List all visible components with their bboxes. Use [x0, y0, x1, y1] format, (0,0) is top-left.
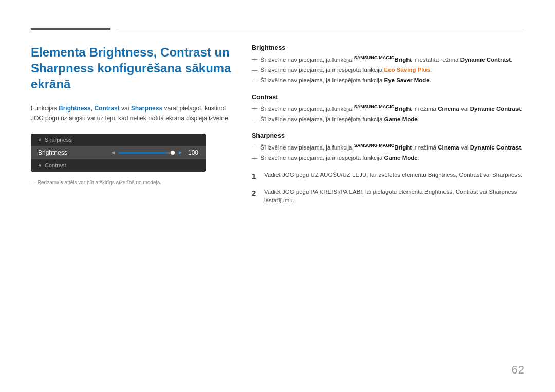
slider-thumb: [171, 151, 175, 155]
section-brightness-heading: Brightness: [252, 44, 524, 51]
step-2: 2 Vadiet JOG pogu PA KREISI/PA LABI, lai…: [252, 188, 524, 206]
bullet-text: Šī izvēlne nav pieejama, ja funkcija SAM…: [261, 104, 523, 114]
section-sharpness: Sharpness — Šī izvēlne nav pieejama, ja …: [252, 132, 524, 162]
rule-dark: [31, 28, 110, 30]
magic-bright-sup: SAMSUNG MAGIC: [354, 104, 395, 109]
step-1-text: Vadiet JOG pogu UZ AUGŠU/UZ LEJU, lai iz…: [264, 171, 522, 179]
brightness-bullet-1: — Šī izvēlne nav pieejama, ja funkcija S…: [252, 54, 524, 64]
page-title: Elementa Brightness, Contrast un Sharpne…: [31, 44, 231, 92]
brightness-bullet-2: — Šī izvēlne nav pieejama, ja ir iespējo…: [252, 66, 524, 74]
slider-fill: [119, 152, 166, 154]
dash-icon: —: [252, 104, 258, 113]
section-brightness: Brightness — Šī izvēlne nav pieejama, ja…: [252, 44, 524, 85]
bullet-text: Šī izvēlne nav pieejama, ja ir iespējota…: [261, 76, 431, 85]
rule-light: [116, 29, 524, 29]
sharpness-bullet-1: — Šī izvēlne nav pieejama, ja funkcija S…: [252, 142, 524, 152]
left-column: Elementa Brightness, Contrast un Sharpne…: [31, 44, 231, 371]
numbered-steps: 1 Vadiet JOG pogu UZ AUGŠU/UZ LEJU, lai …: [252, 171, 524, 205]
contrast-bullet-1: — Šī izvēlne nav pieejama, ja funkcija S…: [252, 104, 524, 114]
footnote-text: Redzamais attēls var būt atšķirīgs atkar…: [31, 180, 231, 185]
section-sharpness-heading: Sharpness: [252, 132, 524, 139]
magic-bright-sup: SAMSUNG MAGIC: [354, 55, 395, 60]
arrow-right-icon: ►: [178, 150, 183, 155]
step-2-text: Vadiet JOG pogu PA KREISI/PA LABI, lai p…: [264, 188, 524, 206]
top-rule: [31, 28, 524, 30]
intro-text: Funkcijas Brightness, Contrast vai Sharp…: [31, 104, 231, 123]
sharpness-row-label: Sharpness: [45, 137, 198, 143]
monitor-sharpness-row: ∧ Sharpness: [31, 134, 206, 146]
contrast-row-label: Contrast: [45, 162, 198, 169]
section-contrast-heading: Contrast: [252, 94, 524, 101]
contrast-bullet-2: — Šī izvēlne nav pieejama, ja ir iespējo…: [252, 115, 524, 124]
dash-icon: —: [252, 115, 258, 124]
page-number: 62: [512, 363, 524, 377]
slider-track: [119, 152, 175, 154]
magic-bright-sup: SAMSUNG MAGIC: [354, 143, 395, 148]
brightness-inline: Brightness: [59, 105, 91, 112]
dash-icon: —: [252, 54, 258, 63]
sharpness-inline: Sharpness: [131, 105, 162, 112]
bullet-text: Šī izvēlne nav pieejama, ja funkcija SAM…: [261, 142, 523, 152]
monitor-brightness-row: Brightness ◄ ► 100: [31, 146, 206, 159]
arrow-left-icon: ◄: [110, 150, 116, 155]
chevron-up-icon: ∧: [38, 137, 42, 142]
bullet-text: Šī izvēlne nav pieejama, ja ir iespējota…: [261, 66, 432, 74]
brightness-bullet-3: — Šī izvēlne nav pieejama, ja ir iespējo…: [252, 76, 524, 85]
right-column: Brightness — Šī izvēlne nav pieejama, ja…: [252, 44, 524, 371]
step-2-number: 2: [252, 188, 259, 199]
page-container: Elementa Brightness, Contrast un Sharpne…: [0, 0, 555, 392]
dash-icon: —: [252, 66, 258, 74]
monitor-ui: ∧ Sharpness Brightness ◄ ► 100: [31, 134, 206, 172]
content-wrapper: Elementa Brightness, Contrast un Sharpne…: [31, 44, 524, 371]
dash-icon: —: [252, 142, 258, 151]
contrast-inline: Contrast: [94, 105, 119, 112]
brightness-row-label: Brightness: [38, 149, 110, 156]
brightness-slider[interactable]: ◄ ►: [110, 150, 183, 155]
bullet-text: Šī izvēlne nav pieejama, ja funkcija SAM…: [261, 54, 513, 64]
step-1-number: 1: [252, 171, 259, 182]
sharpness-bullet-2: — Šī izvēlne nav pieejama, ja ir iespējo…: [252, 154, 524, 162]
chevron-down-icon: ∨: [38, 162, 42, 168]
section-contrast: Contrast — Šī izvēlne nav pieejama, ja f…: [252, 94, 524, 124]
brightness-value: 100: [183, 149, 198, 156]
monitor-contrast-row: ∨ Contrast: [31, 159, 206, 172]
bullet-text: Šī izvēlne nav pieejama, ja ir iespējota…: [261, 154, 419, 162]
dash-icon: —: [252, 76, 258, 85]
step-1: 1 Vadiet JOG pogu UZ AUGŠU/UZ LEJU, lai …: [252, 171, 524, 182]
bullet-text: Šī izvēlne nav pieejama, ja ir iespējota…: [261, 115, 419, 124]
dash-icon: —: [252, 154, 258, 162]
